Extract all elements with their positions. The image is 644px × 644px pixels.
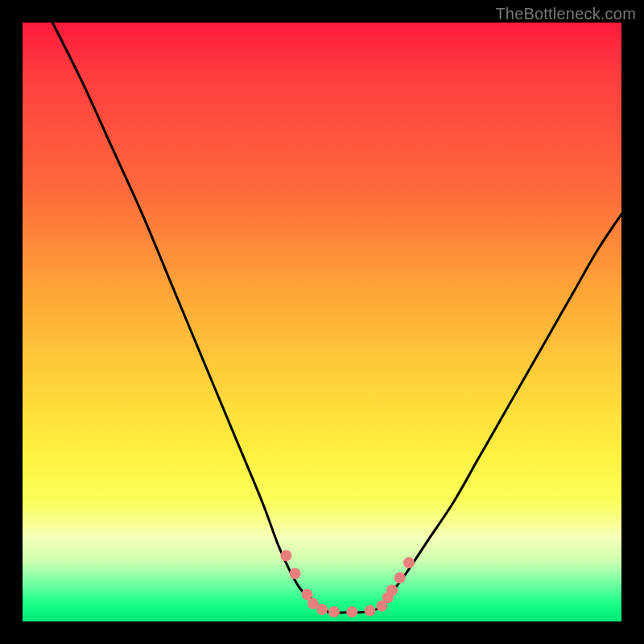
trough-markers xyxy=(280,550,415,617)
trough-marker xyxy=(403,557,415,568)
bottleneck-curve xyxy=(52,23,621,613)
trough-marker xyxy=(316,604,328,615)
trough-marker xyxy=(394,572,406,584)
trough-marker xyxy=(290,568,301,580)
trough-marker xyxy=(328,606,340,617)
attribution-text: TheBottleneck.com xyxy=(495,5,636,23)
trough-marker xyxy=(365,605,376,617)
chart-frame: TheBottleneck.com xyxy=(0,0,644,644)
curve-layer xyxy=(23,23,621,621)
trough-marker xyxy=(386,584,398,596)
trough-marker xyxy=(346,606,357,617)
plot-area xyxy=(23,23,621,621)
trough-marker xyxy=(280,550,291,561)
